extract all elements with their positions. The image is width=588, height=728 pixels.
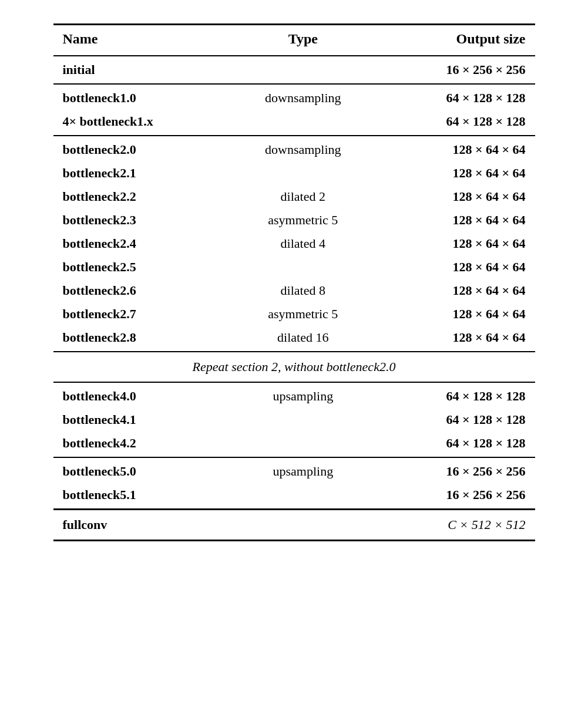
cell-name: initial xyxy=(53,56,228,84)
table-row: bottleneck2.1128 × 64 × 64 xyxy=(53,161,535,185)
cell-output: 64 × 128 × 128 xyxy=(378,84,535,110)
cell-name: bottleneck5.1 xyxy=(53,483,228,510)
cell-name: bottleneck2.4 xyxy=(53,232,228,255)
col-output-header: Output size xyxy=(378,25,535,56)
cell-output: 64 × 128 × 128 xyxy=(378,408,535,432)
table-row: bottleneck2.8dilated 16128 × 64 × 64 xyxy=(53,326,535,352)
cell-type xyxy=(227,483,378,510)
cell-type xyxy=(227,432,378,457)
table-row: bottleneck2.0downsampling128 × 64 × 64 xyxy=(53,136,535,161)
cell-output: 64 × 128 × 128 xyxy=(378,382,535,408)
cell-name: fullconv xyxy=(53,510,228,541)
cell-name: bottleneck2.8 xyxy=(53,326,228,352)
table-row: initial16 × 256 × 256 xyxy=(53,56,535,84)
cell-output: 16 × 256 × 256 xyxy=(378,483,535,510)
cell-type xyxy=(227,255,378,279)
cell-name: bottleneck4.1 xyxy=(53,408,228,432)
cell-type: asymmetric 5 xyxy=(227,208,378,232)
table-row: bottleneck4.264 × 128 × 128 xyxy=(53,432,535,457)
cell-name: 4× bottleneck1.x xyxy=(53,110,228,136)
cell-output: 64 × 128 × 128 xyxy=(378,110,535,136)
cell-output: 128 × 64 × 64 xyxy=(378,302,535,326)
cell-type: downsampling xyxy=(227,136,378,161)
col-type-header: Type xyxy=(227,25,378,56)
cell-type: upsampling xyxy=(227,457,378,483)
table-row: bottleneck2.5128 × 64 × 64 xyxy=(53,255,535,279)
table-row: bottleneck4.0upsampling64 × 128 × 128 xyxy=(53,382,535,408)
cell-name: bottleneck1.0 xyxy=(53,84,228,110)
cell-type: asymmetric 5 xyxy=(227,302,378,326)
cell-output: 128 × 64 × 64 xyxy=(378,136,535,161)
cell-name: bottleneck4.0 xyxy=(53,382,228,408)
table-row: bottleneck2.2dilated 2128 × 64 × 64 xyxy=(53,185,535,208)
cell-type: dilated 4 xyxy=(227,232,378,255)
cell-type xyxy=(227,161,378,185)
table-row: bottleneck4.164 × 128 × 128 xyxy=(53,408,535,432)
table-row: bottleneck2.6dilated 8128 × 64 × 64 xyxy=(53,279,535,302)
cell-output: 128 × 64 × 64 xyxy=(378,326,535,352)
cell-name: bottleneck4.2 xyxy=(53,432,228,457)
cell-output: 128 × 64 × 64 xyxy=(378,279,535,302)
cell-output: 128 × 64 × 64 xyxy=(378,161,535,185)
cell-type: upsampling xyxy=(227,382,378,408)
cell-name: bottleneck2.3 xyxy=(53,208,228,232)
cell-name: bottleneck5.0 xyxy=(53,457,228,483)
cell-type xyxy=(227,56,378,84)
cell-output: 128 × 64 × 64 xyxy=(378,208,535,232)
table-row: bottleneck1.0downsampling64 × 128 × 128 xyxy=(53,84,535,110)
repeat-section-label: Repeat section 2, without bottleneck2.0 xyxy=(53,352,535,382)
repeat-section-row: Repeat section 2, without bottleneck2.0 xyxy=(53,352,535,382)
cell-type: dilated 8 xyxy=(227,279,378,302)
table-row: bottleneck2.4dilated 4128 × 64 × 64 xyxy=(53,232,535,255)
table-row: fullconvC × 512 × 512 xyxy=(53,510,535,541)
cell-name: bottleneck2.5 xyxy=(53,255,228,279)
cell-type xyxy=(227,408,378,432)
table-row: bottleneck5.0upsampling16 × 256 × 256 xyxy=(53,457,535,483)
cell-type xyxy=(227,110,378,136)
cell-name: bottleneck2.0 xyxy=(53,136,228,161)
cell-type xyxy=(227,510,378,541)
cell-type: downsampling xyxy=(227,84,378,110)
cell-output: 128 × 64 × 64 xyxy=(378,255,535,279)
col-name-header: Name xyxy=(53,25,228,56)
table-container: Name Type Output size initial16 × 256 × … xyxy=(53,23,535,541)
table-row: 4× bottleneck1.x64 × 128 × 128 xyxy=(53,110,535,136)
cell-output: 16 × 256 × 256 xyxy=(378,56,535,84)
cell-output: 128 × 64 × 64 xyxy=(378,232,535,255)
table-row: bottleneck5.116 × 256 × 256 xyxy=(53,483,535,510)
cell-name: bottleneck2.2 xyxy=(53,185,228,208)
table-row: bottleneck2.7asymmetric 5128 × 64 × 64 xyxy=(53,302,535,326)
cell-output: 64 × 128 × 128 xyxy=(378,432,535,457)
cell-type: dilated 2 xyxy=(227,185,378,208)
cell-output: C × 512 × 512 xyxy=(378,510,535,541)
cell-name: bottleneck2.6 xyxy=(53,279,228,302)
architecture-table: Name Type Output size initial16 × 256 × … xyxy=(53,23,535,541)
table-header-row: Name Type Output size xyxy=(53,25,535,56)
cell-output: 16 × 256 × 256 xyxy=(378,457,535,483)
table-row: bottleneck2.3asymmetric 5128 × 64 × 64 xyxy=(53,208,535,232)
cell-name: bottleneck2.7 xyxy=(53,302,228,326)
cell-type: dilated 16 xyxy=(227,326,378,352)
cell-output: 128 × 64 × 64 xyxy=(378,185,535,208)
cell-name: bottleneck2.1 xyxy=(53,161,228,185)
